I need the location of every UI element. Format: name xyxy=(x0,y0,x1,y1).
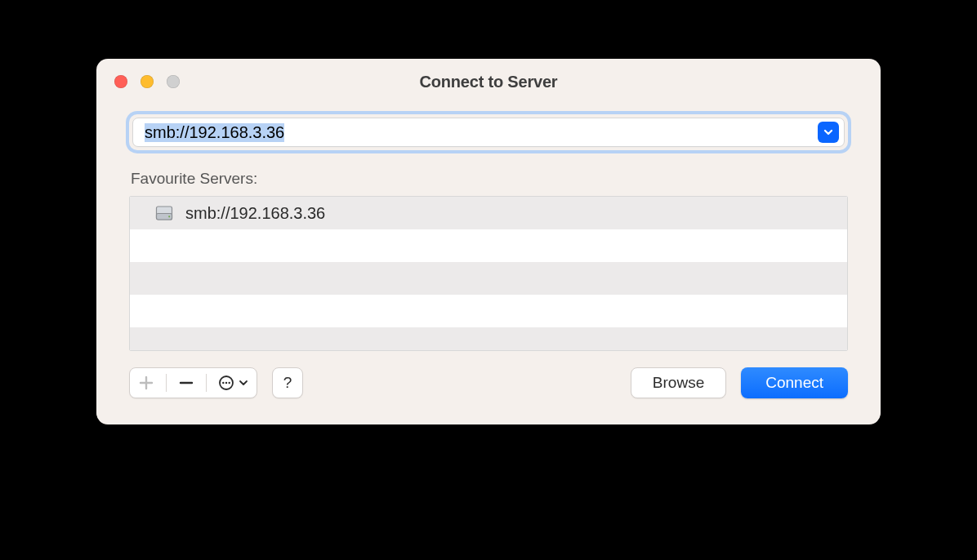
close-icon[interactable] xyxy=(114,75,127,88)
favourite-servers-list: smb://192.168.3.36 xyxy=(129,196,848,351)
favourite-servers-label: Favourite Servers: xyxy=(131,170,848,188)
remove-button[interactable] xyxy=(178,375,194,391)
ellipsis-circle-icon xyxy=(218,375,234,391)
minus-icon xyxy=(178,375,194,391)
disk-volume-icon xyxy=(154,203,174,223)
list-item xyxy=(130,262,847,295)
dialog-toolbar: ? Browse Connect xyxy=(129,367,848,398)
chevron-down-icon xyxy=(823,127,834,138)
favourite-row-label: smb://192.168.3.36 xyxy=(185,204,325,223)
server-address-field[interactable] xyxy=(132,118,845,147)
window-title: Connect to Server xyxy=(420,73,558,91)
svg-point-6 xyxy=(229,382,230,384)
chevron-down-icon xyxy=(239,378,248,388)
list-item xyxy=(130,327,847,350)
connect-to-server-window: Connect to Server Favourite Servers: xyxy=(96,59,881,424)
minimize-icon[interactable] xyxy=(141,75,154,88)
help-button[interactable]: ? xyxy=(272,367,303,398)
svg-point-5 xyxy=(225,382,227,384)
segment-divider xyxy=(166,374,167,392)
plus-icon xyxy=(138,375,154,391)
connect-button[interactable]: Connect xyxy=(741,367,848,398)
server-address-input[interactable] xyxy=(145,123,818,142)
recent-servers-disclosure[interactable] xyxy=(818,122,839,143)
server-address-focus-ring xyxy=(129,114,848,150)
zoom-icon[interactable] xyxy=(167,75,180,88)
svg-point-2 xyxy=(168,216,170,217)
favourite-row[interactable]: smb://192.168.3.36 xyxy=(130,197,847,229)
window-content: Favourite Servers: smb://192.168.3.36 xyxy=(96,104,881,424)
list-edit-segment xyxy=(129,367,257,398)
browse-button[interactable]: Browse xyxy=(631,367,726,398)
list-item xyxy=(130,295,847,327)
segment-divider xyxy=(206,374,207,392)
help-icon: ? xyxy=(283,374,292,392)
traffic-lights xyxy=(114,59,180,104)
action-menu-button[interactable] xyxy=(218,375,248,391)
list-item xyxy=(130,229,847,262)
svg-point-4 xyxy=(222,382,224,384)
add-button[interactable] xyxy=(138,375,154,391)
titlebar[interactable]: Connect to Server xyxy=(96,59,881,104)
